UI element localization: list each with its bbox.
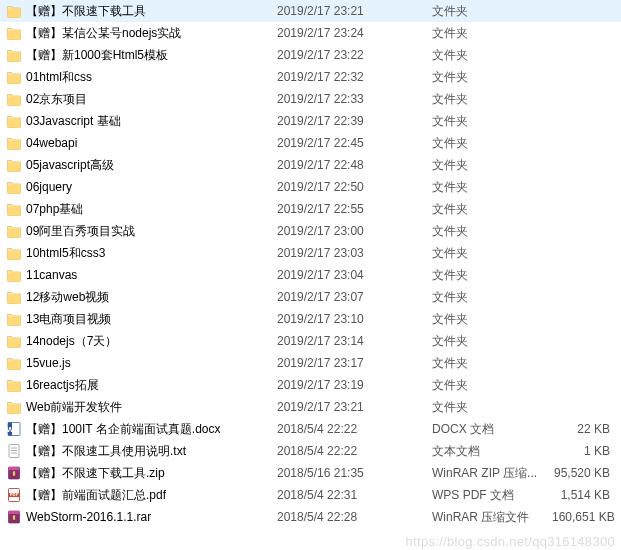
file-type: 文件夹 [432, 223, 552, 240]
folder-icon [6, 69, 22, 85]
svg-rect-15 [13, 515, 16, 520]
folder-icon [6, 377, 22, 393]
file-name: 16reactjs拓展 [26, 377, 99, 394]
file-type: 文件夹 [432, 25, 552, 42]
folder-icon [6, 223, 22, 239]
file-row[interactable]: W【赠】100IT 名企前端面试真题.docx2018/5/4 22:22DOC… [0, 418, 621, 440]
file-size: 160,651 KB [552, 510, 614, 524]
file-type: 文件夹 [432, 179, 552, 196]
file-name-cell: 11canvas [6, 267, 277, 283]
folder-icon [6, 135, 22, 151]
file-name-cell: Web前端开发软件 [6, 399, 277, 416]
file-date: 2019/2/17 23:21 [277, 400, 432, 414]
file-type: DOCX 文档 [432, 421, 552, 438]
folder-icon [6, 91, 22, 107]
file-name-cell: 【赠】新1000套Html5模板 [6, 47, 277, 64]
file-row[interactable]: Web前端开发软件2019/2/17 23:21文件夹 [0, 396, 621, 418]
file-name: 【赠】不限速下载工具 [26, 3, 146, 20]
file-name-cell: 【赠】不限速工具使用说明.txt [6, 443, 277, 460]
file-name: 【赠】100IT 名企前端面试真题.docx [26, 421, 220, 438]
folder-icon [6, 399, 22, 415]
file-name: 10html5和css3 [26, 245, 105, 262]
file-row[interactable]: 07php基础2019/2/17 22:55文件夹 [0, 198, 621, 220]
file-name: 【赠】前端面试题汇总.pdf [26, 487, 166, 504]
file-date: 2018/5/4 22:22 [277, 444, 432, 458]
file-size: 1,514 KB [552, 488, 614, 502]
file-list: 【赠】不限速下载工具2019/2/17 23:21文件夹【赠】某信公某号node… [0, 0, 621, 528]
file-date: 2019/2/17 22:48 [277, 158, 432, 172]
file-date: 2019/2/17 22:32 [277, 70, 432, 84]
folder-icon [6, 245, 22, 261]
file-name: 02京东项目 [26, 91, 87, 108]
file-name-cell: 09阿里百秀项目实战 [6, 223, 277, 240]
file-date: 2019/2/17 23:10 [277, 312, 432, 326]
file-name-cell: 03Javascript 基础 [6, 113, 277, 130]
svg-rect-14 [9, 511, 20, 514]
file-row[interactable]: 04webapi2019/2/17 22:45文件夹 [0, 132, 621, 154]
file-row[interactable]: 【赠】不限速下载工具2019/2/17 23:21文件夹 [0, 0, 621, 22]
file-row[interactable]: 12移动web视频2019/2/17 23:07文件夹 [0, 286, 621, 308]
file-name-cell: 02京东项目 [6, 91, 277, 108]
file-name-cell: 【赠】不限速下载工具.zip [6, 465, 277, 482]
file-row[interactable]: 【赠】不限速工具使用说明.txt2018/5/4 22:22文本文档1 KB [0, 440, 621, 462]
file-type: 文件夹 [432, 47, 552, 64]
file-row[interactable]: 02京东项目2019/2/17 22:33文件夹 [0, 88, 621, 110]
rar-icon [6, 465, 22, 481]
file-row[interactable]: 09阿里百秀项目实战2019/2/17 23:00文件夹 [0, 220, 621, 242]
file-date: 2019/2/17 23:24 [277, 26, 432, 40]
svg-rect-9 [13, 471, 16, 476]
file-name-cell: 01html和css [6, 69, 277, 86]
file-date: 2019/2/17 23:17 [277, 356, 432, 370]
file-name-cell: 10html5和css3 [6, 245, 277, 262]
svg-rect-8 [9, 467, 20, 470]
txt-icon [6, 443, 22, 459]
file-name-cell: 12移动web视频 [6, 289, 277, 306]
file-name-cell: 14nodejs（7天） [6, 333, 277, 350]
folder-icon [6, 333, 22, 349]
folder-icon [6, 355, 22, 371]
file-date: 2018/5/4 22:31 [277, 488, 432, 502]
file-name: 12移动web视频 [26, 289, 109, 306]
file-row[interactable]: 13电商项目视频2019/2/17 23:10文件夹 [0, 308, 621, 330]
file-type: 文件夹 [432, 69, 552, 86]
file-row[interactable]: 14nodejs（7天）2019/2/17 23:14文件夹 [0, 330, 621, 352]
file-row[interactable]: 16reactjs拓展2019/2/17 23:19文件夹 [0, 374, 621, 396]
file-row[interactable]: 03Javascript 基础2019/2/17 22:39文件夹 [0, 110, 621, 132]
file-row[interactable]: 10html5和css32019/2/17 23:03文件夹 [0, 242, 621, 264]
file-date: 2019/2/17 23:03 [277, 246, 432, 260]
folder-icon [6, 47, 22, 63]
file-type: 文件夹 [432, 113, 552, 130]
folder-icon [6, 289, 22, 305]
file-type: 文件夹 [432, 135, 552, 152]
file-row[interactable]: 【赠】新1000套Html5模板2019/2/17 23:22文件夹 [0, 44, 621, 66]
file-size: 22 KB [552, 422, 614, 436]
file-name-cell: 05javascript高级 [6, 157, 277, 174]
file-name: 15vue.js [26, 356, 71, 370]
folder-icon [6, 267, 22, 283]
file-date: 2019/2/17 23:14 [277, 334, 432, 348]
rar-icon [6, 509, 22, 525]
svg-rect-3 [9, 445, 19, 458]
file-name-cell: W【赠】100IT 名企前端面试真题.docx [6, 421, 277, 438]
svg-text:PDF: PDF [10, 492, 19, 497]
file-name: 【赠】新1000套Html5模板 [26, 47, 168, 64]
file-name: 07php基础 [26, 201, 83, 218]
file-size: 1 KB [552, 444, 614, 458]
file-row[interactable]: 【赠】不限速下载工具.zip2018/5/16 21:35WinRAR ZIP … [0, 462, 621, 484]
file-row[interactable]: 06jquery2019/2/17 22:50文件夹 [0, 176, 621, 198]
folder-icon [6, 25, 22, 41]
file-row[interactable]: 05javascript高级2019/2/17 22:48文件夹 [0, 154, 621, 176]
file-row[interactable]: PDF【赠】前端面试题汇总.pdf2018/5/4 22:31WPS PDF 文… [0, 484, 621, 506]
file-row[interactable]: 【赠】某信公某号nodejs实战2019/2/17 23:24文件夹 [0, 22, 621, 44]
file-row[interactable]: 11canvas2019/2/17 23:04文件夹 [0, 264, 621, 286]
file-row[interactable]: 01html和css2019/2/17 22:32文件夹 [0, 66, 621, 88]
file-name-cell: 【赠】某信公某号nodejs实战 [6, 25, 277, 42]
folder-icon [6, 157, 22, 173]
file-type: 文件夹 [432, 201, 552, 218]
file-row[interactable]: WebStorm-2016.1.1.rar2018/5/4 22:28WinRA… [0, 506, 621, 528]
file-name: 【赠】不限速工具使用说明.txt [26, 443, 186, 460]
file-row[interactable]: 15vue.js2019/2/17 23:17文件夹 [0, 352, 621, 374]
file-name-cell: 【赠】不限速下载工具 [6, 3, 277, 20]
file-type: 文件夹 [432, 267, 552, 284]
file-type: 文件夹 [432, 245, 552, 262]
